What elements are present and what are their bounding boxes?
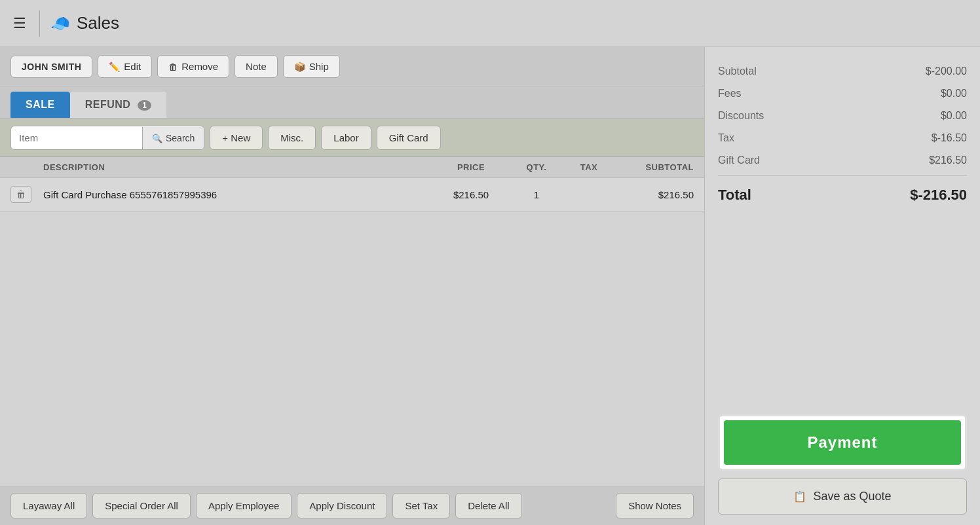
tax-value: $-16.50 xyxy=(932,132,967,144)
header-title-area: 🧢 Sales xyxy=(50,13,119,33)
delete-all-button[interactable]: Delete All xyxy=(455,493,521,518)
save-quote-label: Save as Quote xyxy=(813,490,891,503)
bottom-buttons: Layaway All Special Order All Apply Empl… xyxy=(0,486,704,525)
header: ☰ 🧢 Sales xyxy=(0,0,980,47)
summary-fees-row: Fees $0.00 xyxy=(718,82,967,105)
gift-card-button[interactable]: Gift Card xyxy=(377,126,441,150)
summary-divider xyxy=(718,175,967,176)
customer-bar: JOHN SMITH Edit Remove Note Ship xyxy=(0,47,704,86)
note-button[interactable]: Note xyxy=(235,55,278,78)
layaway-all-button[interactable]: Layaway All xyxy=(10,493,87,518)
main-layout: JOHN SMITH Edit Remove Note Ship SALE RE… xyxy=(0,47,980,525)
left-panel: JOHN SMITH Edit Remove Note Ship SALE RE… xyxy=(0,47,705,525)
payment-button[interactable]: Payment xyxy=(724,420,961,465)
apply-employee-button[interactable]: Apply Employee xyxy=(196,493,292,518)
search-action-bar: Search + New Misc. Labor Gift Card xyxy=(0,119,704,157)
refund-tab-label: REFUND xyxy=(85,99,131,110)
fees-value: $0.00 xyxy=(941,88,967,100)
labor-button[interactable]: Labor xyxy=(321,126,371,150)
col-tax-header: TAX xyxy=(563,162,615,172)
search-container: Search xyxy=(10,126,204,150)
discounts-value: $0.00 xyxy=(941,110,967,122)
col-delete-header xyxy=(10,162,43,172)
subtotal-label: Subtotal xyxy=(718,65,757,77)
table-row: 🗑 Gift Card Purchase 6555761857995396 $2… xyxy=(0,178,704,211)
hamburger-icon[interactable]: ☰ xyxy=(13,15,26,32)
remove-button[interactable]: Remove xyxy=(157,55,229,78)
pencil-icon xyxy=(109,61,120,72)
show-notes-button[interactable]: Show Notes xyxy=(616,493,694,518)
trash-icon xyxy=(168,61,178,72)
row-description: Gift Card Purchase 6555761857995396 xyxy=(43,189,432,200)
new-button[interactable]: + New xyxy=(210,126,263,150)
tabs-area: SALE REFUND 1 xyxy=(0,86,704,119)
ship-button[interactable]: Ship xyxy=(283,55,340,78)
search-button[interactable]: Search xyxy=(142,127,204,149)
row-qty: 1 xyxy=(510,189,563,200)
action-buttons: + New Misc. Labor Gift Card xyxy=(210,126,440,150)
row-price: $216.50 xyxy=(432,189,510,200)
fees-label: Fees xyxy=(718,88,742,100)
ship-icon xyxy=(294,61,305,72)
save-as-quote-button[interactable]: Save as Quote xyxy=(718,479,967,515)
search-input[interactable] xyxy=(11,126,142,149)
col-description-header: DESCRIPTION xyxy=(43,162,432,172)
gift-card-label: Gift Card xyxy=(718,154,760,166)
subtotal-value: $-200.00 xyxy=(926,65,967,77)
page-title: Sales xyxy=(77,13,119,33)
apply-discount-button[interactable]: Apply Discount xyxy=(297,493,387,518)
delete-row-button[interactable]: 🗑 xyxy=(10,186,31,203)
search-icon xyxy=(152,133,162,143)
ship-label: Ship xyxy=(309,61,329,72)
spacer xyxy=(527,493,611,518)
refund-badge: 1 xyxy=(138,100,151,111)
edit-label: Edit xyxy=(124,61,141,72)
col-price-header: PRICE xyxy=(432,162,510,172)
tab-sale[interactable]: SALE xyxy=(10,92,70,118)
total-value: $-216.50 xyxy=(910,187,967,204)
header-divider xyxy=(39,10,40,37)
discounts-label: Discounts xyxy=(718,110,764,122)
tab-refund[interactable]: REFUND 1 xyxy=(70,92,167,118)
quote-icon xyxy=(793,490,806,503)
payment-section: Payment Save as Quote xyxy=(718,414,967,515)
customer-name-button[interactable]: JOHN SMITH xyxy=(10,56,92,78)
edit-button[interactable]: Edit xyxy=(98,55,152,78)
row-delete-cell: 🗑 xyxy=(10,186,43,203)
table-area: DESCRIPTION PRICE QTY. TAX SUBTOTAL 🗑 Gi… xyxy=(0,157,704,486)
sales-icon: 🧢 xyxy=(50,14,70,33)
payment-wrapper: Payment xyxy=(718,414,967,471)
summary-total-row: Total $-216.50 xyxy=(718,180,967,210)
summary-discounts-row: Discounts $0.00 xyxy=(718,105,967,127)
right-panel: Subtotal $-200.00 Fees $0.00 Discounts $… xyxy=(705,47,980,525)
table-header: DESCRIPTION PRICE QTY. TAX SUBTOTAL xyxy=(0,157,704,178)
remove-label: Remove xyxy=(181,61,218,72)
total-label: Total xyxy=(718,187,751,204)
summary-tax-row: Tax $-16.50 xyxy=(718,127,967,149)
summary-gift-card-row: Gift Card $216.50 xyxy=(718,149,967,172)
row-subtotal: $216.50 xyxy=(615,189,694,200)
gift-card-value: $216.50 xyxy=(929,154,967,166)
set-tax-button[interactable]: Set Tax xyxy=(392,493,450,518)
col-qty-header: QTY. xyxy=(510,162,563,172)
summary-subtotal-row: Subtotal $-200.00 xyxy=(718,60,967,82)
col-subtotal-header: SUBTOTAL xyxy=(615,162,694,172)
tax-label: Tax xyxy=(718,132,734,144)
summary-section: Subtotal $-200.00 Fees $0.00 Discounts $… xyxy=(718,60,967,408)
special-order-all-button[interactable]: Special Order All xyxy=(92,493,191,518)
search-label: Search xyxy=(166,133,195,143)
misc-button[interactable]: Misc. xyxy=(268,126,316,150)
